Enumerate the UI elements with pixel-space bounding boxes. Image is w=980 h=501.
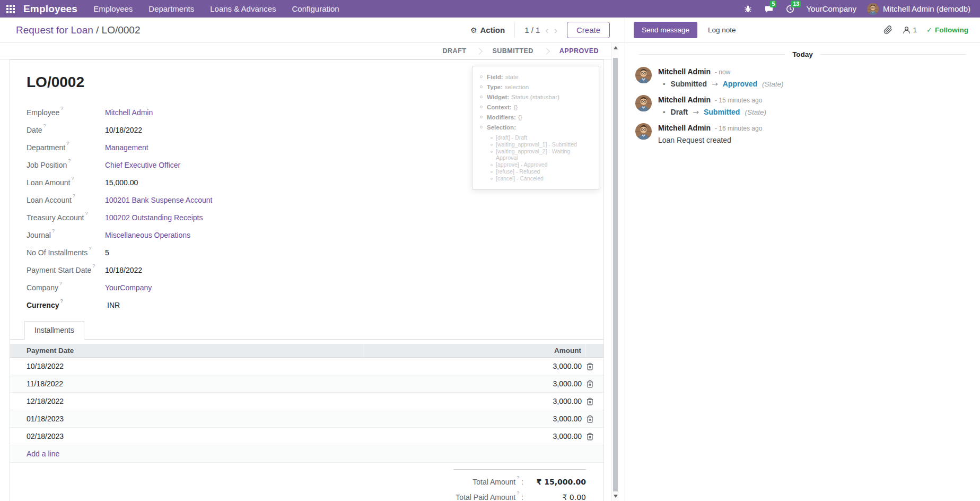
status-step-draft[interactable]: DRAFT <box>432 43 477 59</box>
field-value-company[interactable]: YourCompany <box>105 283 152 292</box>
cell-amount[interactable]: 3,000.00 <box>362 397 586 405</box>
table-row[interactable]: 12/18/2022 3,000.00 <box>10 393 603 410</box>
field-debug-tooltip: Field:state Type:selection Widget:Status… <box>472 66 599 189</box>
follower-person-icon <box>902 25 911 34</box>
followers-button[interactable]: 1 <box>902 25 917 34</box>
vertical-scrollbar[interactable] <box>611 43 619 501</box>
bullet-icon <box>491 137 493 139</box>
scroll-down-icon[interactable] <box>612 493 619 500</box>
cell-payment-date[interactable]: 01/18/2023 <box>10 414 362 423</box>
company-switcher[interactable]: YourCompany <box>806 4 856 13</box>
form-view: DRAFT SUBMITTED APPROVED LO/0002 Employe… <box>0 43 611 501</box>
app-name[interactable]: Employees <box>23 3 77 15</box>
add-a-line-button[interactable]: Add a line <box>10 445 603 463</box>
breadcrumb: Request for Loan / LO/0002 <box>16 24 141 36</box>
delete-row-icon[interactable] <box>586 433 594 440</box>
message-avatar <box>635 123 652 140</box>
menu-loans-advances[interactable]: Loans & Advances <box>210 4 276 13</box>
message-author[interactable]: Mitchell Admin <box>658 67 711 76</box>
debug-bug-icon[interactable] <box>742 4 753 14</box>
activities-clock-icon[interactable]: 13 <box>785 4 795 14</box>
scroll-up-icon[interactable] <box>612 44 619 51</box>
totals-summary: Total Amount? : ₹ 15,000.00 Total Paid A… <box>453 469 586 501</box>
field-value-employee[interactable]: Mitchell Admin <box>105 108 153 117</box>
field-label-currency: Currency? <box>27 300 105 309</box>
column-header-amount[interactable]: Amount <box>362 344 586 357</box>
status-step-approved[interactable]: APPROVED <box>549 43 609 59</box>
create-button[interactable]: Create <box>567 22 610 38</box>
bullet-icon <box>480 126 483 128</box>
table-row[interactable]: 02/18/2023 3,000.00 <box>10 428 603 445</box>
table-row[interactable]: 10/18/2022 3,000.00 <box>10 358 603 375</box>
field-value-loan-account[interactable]: 100201 Bank Suspense Account <box>105 196 212 204</box>
arrow-right-icon: → <box>712 80 718 88</box>
help-icon: ? <box>59 281 62 286</box>
cell-payment-date[interactable]: 12/18/2022 <box>10 397 362 405</box>
attachment-paperclip-icon[interactable] <box>883 25 892 34</box>
field-value-currency[interactable]: INR <box>107 301 120 309</box>
tab-installments[interactable]: Installments <box>24 321 84 340</box>
total-amount-label: Total Amount? : <box>472 477 523 486</box>
field-label-job-position: Job Position? <box>27 160 105 169</box>
cell-amount[interactable]: 3,000.00 <box>362 432 586 440</box>
bullet-icon <box>480 75 483 78</box>
total-paid-amount-value: ₹ 0.00 <box>523 493 586 501</box>
menu-departments[interactable]: Departments <box>148 4 194 13</box>
table-row[interactable]: 11/18/2022 3,000.00 <box>10 375 603 393</box>
cell-amount[interactable]: 3,000.00 <box>362 379 586 388</box>
message-author[interactable]: Mitchell Admin <box>658 124 711 132</box>
delete-row-icon[interactable] <box>586 398 594 405</box>
help-icon: ? <box>68 158 71 163</box>
pager-next-icon[interactable]: › <box>554 25 557 35</box>
help-icon: ? <box>85 211 88 216</box>
help-icon: ? <box>43 123 46 128</box>
action-menu-button[interactable]: ⚙ Action <box>470 25 505 34</box>
following-button[interactable]: ✓ Following <box>926 26 968 34</box>
apps-menu-icon[interactable] <box>6 5 15 13</box>
user-menu[interactable]: Mitchell Admin (demodb) <box>867 3 970 15</box>
log-note-button[interactable]: Log note <box>708 26 736 34</box>
message-avatar <box>635 67 652 83</box>
field-label-department: Department? <box>27 143 105 152</box>
delete-row-icon[interactable] <box>586 362 594 370</box>
breadcrumb-parent[interactable]: Request for Loan <box>16 24 93 36</box>
field-label-company: Company? <box>27 283 105 292</box>
help-icon: ? <box>517 475 519 480</box>
field-value-department[interactable]: Management <box>105 143 148 152</box>
field-label-date: Date? <box>27 125 105 134</box>
followers-count: 1 <box>913 26 917 34</box>
field-value-job-position[interactable]: Chief Executive Officer <box>105 161 180 169</box>
delete-row-icon[interactable] <box>586 380 594 388</box>
menu-configuration[interactable]: Configuration <box>292 4 339 13</box>
cell-payment-date[interactable]: 02/18/2023 <box>10 432 362 440</box>
statusbar: DRAFT SUBMITTED APPROVED <box>0 43 611 59</box>
field-value-journal[interactable]: Miscellaneous Operations <box>105 231 190 239</box>
field-value-date[interactable]: 10/18/2022 <box>105 126 142 134</box>
field-value-payment-start-date[interactable]: 10/18/2022 <box>105 266 142 274</box>
cell-payment-date[interactable]: 11/18/2022 <box>10 379 362 388</box>
messages-badge: 5 <box>770 1 776 7</box>
scrollbar-thumb[interactable] <box>613 58 618 491</box>
cell-payment-date[interactable]: 10/18/2022 <box>10 362 362 370</box>
column-header-payment-date[interactable]: Payment Date <box>10 344 362 357</box>
messages-icon[interactable]: 5 <box>764 4 774 14</box>
cell-amount[interactable]: 3,000.00 <box>362 414 586 423</box>
cell-amount[interactable]: 3,000.00 <box>362 362 586 370</box>
field-value-treasury-account[interactable]: 100202 Outstanding Receipts <box>105 213 203 222</box>
pager-previous-icon[interactable]: ‹ <box>545 25 548 35</box>
bullet-icon <box>491 164 493 166</box>
status-step-submitted[interactable]: SUBMITTED <box>482 43 544 59</box>
table-row[interactable]: 01/18/2023 3,000.00 <box>10 410 603 428</box>
breadcrumb-current: / LO/0002 <box>96 24 140 36</box>
send-message-button[interactable]: Send message <box>634 22 697 38</box>
menu-employees[interactable]: Employees <box>93 4 133 13</box>
field-value-no-of-installments[interactable]: 5 <box>105 248 109 257</box>
field-value-loan-amount[interactable]: 15,000.00 <box>105 178 138 187</box>
delete-row-icon[interactable] <box>586 415 594 423</box>
field-label-no-of-installments: No Of Installments? <box>27 248 105 257</box>
help-icon: ? <box>66 141 69 146</box>
bullet-icon <box>491 144 493 146</box>
message-author[interactable]: Mitchell Admin <box>658 96 711 104</box>
notebook-tabs: Installments <box>10 321 603 340</box>
field-label-payment-start-date: Payment Start Date? <box>27 265 105 274</box>
